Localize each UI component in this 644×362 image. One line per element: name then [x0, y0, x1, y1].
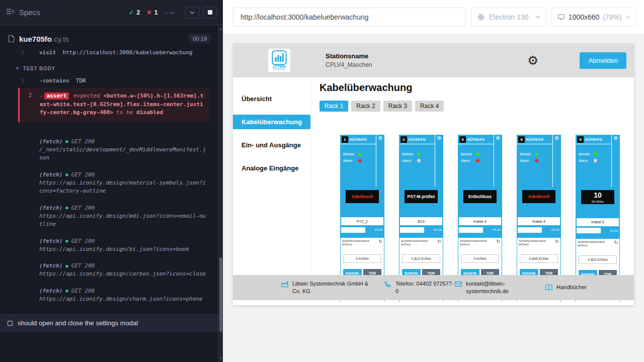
- collapse-button[interactable]: [185, 7, 199, 19]
- specs-label[interactable]: Specs: [19, 8, 40, 17]
- url-bar[interactable]: [233, 8, 466, 27]
- refresh-icon[interactable]: ↻: [614, 240, 618, 245]
- refresh-icon[interactable]: ↻: [378, 239, 382, 244]
- firmware-version: V4.19: [610, 229, 619, 232]
- spec-extension: .cy.ts: [52, 35, 69, 43]
- resistance-value: 0 KOhm: [343, 254, 381, 263]
- command-arg: http://localhost:3000/kabelueberwachung: [62, 49, 192, 56]
- status-text: Aderbruch: [352, 194, 373, 199]
- status-text: Aderbruch: [528, 194, 550, 199]
- passed-stat: ✓2: [129, 9, 140, 16]
- next-test-row[interactable]: should open and close the settings modal: [0, 314, 218, 332]
- viewport-zoom: (79%): [603, 13, 621, 21]
- scroll-down-arrow-icon[interactable]: ▼: [218, 357, 223, 360]
- request-url: /_next/static/development/_devMiddleware…: [39, 146, 209, 162]
- contains-command-row[interactable]: 1 -contains TDR: [0, 76, 218, 86]
- command-log: 1 visit http://localhost:3000/kabelueber…: [0, 48, 218, 362]
- version-blank-box: [341, 227, 365, 233]
- tab-rack-2[interactable]: Rack 2: [351, 101, 380, 112]
- request-url: https://api.iconify.design/mdi.json?icon…: [39, 212, 209, 229]
- tab-rack-1[interactable]: Rack 1: [319, 101, 348, 112]
- cross-icon: ✕: [146, 9, 151, 16]
- spec-name[interactable]: kue705fo: [19, 35, 52, 43]
- betrieb-indicator: [476, 152, 479, 156]
- device-settings-gear-icon[interactable]: ⚙: [378, 136, 383, 187]
- phone-icon: [384, 280, 392, 288]
- settings-gear-icon[interactable]: ⚙: [527, 54, 538, 67]
- firmware-version: V4.19: [433, 228, 442, 231]
- device-settings-gear-icon[interactable]: ⚙: [555, 136, 559, 187]
- chevron-down-icon: ▼: [15, 66, 20, 71]
- footer-manuals[interactable]: Handbücher: [545, 284, 587, 292]
- spec-file-icon: [8, 35, 15, 43]
- network-log-entry: (fetch)●GET 200 https://api.iconify.desi…: [0, 171, 218, 196]
- alarm-label: Alarm: [402, 159, 417, 162]
- device-settings-gear-icon[interactable]: ⚙: [496, 136, 501, 187]
- line-number: 1: [0, 77, 24, 85]
- request-url: https://api.iconify.design/bi.json?icons…: [39, 245, 209, 254]
- refresh-icon[interactable]: ↻: [496, 239, 500, 244]
- betrieb-label: Betrieb: [343, 152, 358, 156]
- phone-number[interactable]: Telefon: 04402 972577-0: [395, 280, 454, 295]
- chevron-down-icon: [190, 11, 195, 14]
- betrieb-indicator: [594, 152, 597, 156]
- cable-name: Kabel 5: [577, 218, 619, 226]
- failed-assert-row[interactable]: 2 -assert expected <button.w-[50%].h-[1.…: [18, 88, 210, 122]
- network-log-entry: (fetch)●GET 200 https://api.iconify.desi…: [0, 238, 218, 254]
- visit-command-row[interactable]: 1 visit http://localhost:3000/kabelueber…: [0, 48, 218, 58]
- alarm-label: Alarm: [579, 159, 594, 162]
- cable-name: FTZ_2: [341, 217, 383, 225]
- device-number: 5: [577, 136, 584, 143]
- status-box: 10 ISO MOhm: [581, 190, 614, 204]
- manuals-link[interactable]: Handbücher: [556, 284, 587, 291]
- refresh-icon[interactable]: ↻: [437, 239, 441, 244]
- viewport-selector[interactable]: 1000x660 (79%): [551, 8, 636, 27]
- url-input[interactable]: [240, 13, 458, 21]
- reporter-scrollbar[interactable]: ▲ ▼: [218, 25, 223, 362]
- device-number: 4: [518, 136, 525, 143]
- test-body-section[interactable]: ▼ TEST BODY: [15, 66, 218, 71]
- app-under-test: LITTWIN SYSTEMTECHNIK Stationsname CPLV4…: [233, 43, 634, 305]
- station-label: Stationsname: [326, 52, 372, 60]
- resistance-value: 0 KOhm: [461, 254, 499, 263]
- betrieb-indicator: [358, 152, 362, 156]
- alarm-indicator: [417, 159, 421, 162]
- refresh-icon[interactable]: ↻: [555, 239, 559, 244]
- scroll-up-arrow-icon[interactable]: ▲: [218, 27, 223, 30]
- footer-company: Littwin Systemtechnik GmbH & Co. KG: [281, 280, 384, 295]
- cable-name: Kabel 4: [518, 217, 560, 225]
- stop-run-button[interactable]: [203, 7, 217, 19]
- resistance-value: 0.645 KOhm: [520, 254, 558, 263]
- betrieb-label: Betrieb: [520, 152, 535, 156]
- email-address[interactable]: kontakt@littwin-systemtechnik.de: [466, 280, 527, 295]
- browser-selector[interactable]: Electron 130: [471, 8, 546, 27]
- status-text: Erdschluss: [468, 194, 492, 199]
- resistance-label: Schleifenwiderstand [kOhm]: [460, 239, 496, 246]
- success-dot-icon: ●: [65, 139, 68, 144]
- device-settings-gear-icon[interactable]: ⚙: [437, 136, 442, 187]
- scrollbar-thumb[interactable]: [219, 257, 222, 332]
- logout-button[interactable]: Abmelden: [580, 52, 626, 69]
- station-value: CPLV4_Maschen: [326, 61, 372, 68]
- next-test-title: should open and close the settings modal: [18, 319, 138, 327]
- alarm-label: Alarm: [520, 159, 535, 162]
- resistance-label: Schleifenwiderstand [kOhm]: [342, 239, 378, 246]
- tab-rack-3[interactable]: Rack 3: [383, 101, 412, 112]
- aut-panel: Electron 130 1000x660 (79%): [223, 0, 644, 362]
- sidebar-item-uebersicht[interactable]: Übersicht: [233, 92, 310, 106]
- sidebar-item-kabelueberwachung[interactable]: Kabelüberwachung: [233, 115, 310, 129]
- status-box: Aderbruch: [346, 190, 379, 203]
- sidebar-item-analoge-eingaenge[interactable]: Analoge Eingänge: [233, 161, 310, 175]
- tab-rack-4[interactable]: Rack 4: [415, 101, 444, 112]
- command-name: contains: [43, 77, 69, 84]
- specs-menu-icon[interactable]: [6, 8, 15, 17]
- app-sidebar: Übersicht Kabelüberwachung Ein- und Ausg…: [233, 77, 311, 305]
- version-blank-box: [518, 227, 542, 233]
- factory-icon: [281, 280, 289, 288]
- betrieb-indicator: [417, 152, 421, 156]
- device-settings-gear-icon[interactable]: ⚙: [614, 136, 618, 187]
- chevron-down-icon: [625, 16, 630, 19]
- test-timer: 00:19: [189, 34, 211, 43]
- app-header: LITTWIN SYSTEMTECHNIK Stationsname CPLV4…: [233, 43, 634, 77]
- sidebar-item-ein-und-ausgaenge[interactable]: Ein- und Ausgänge: [233, 138, 310, 152]
